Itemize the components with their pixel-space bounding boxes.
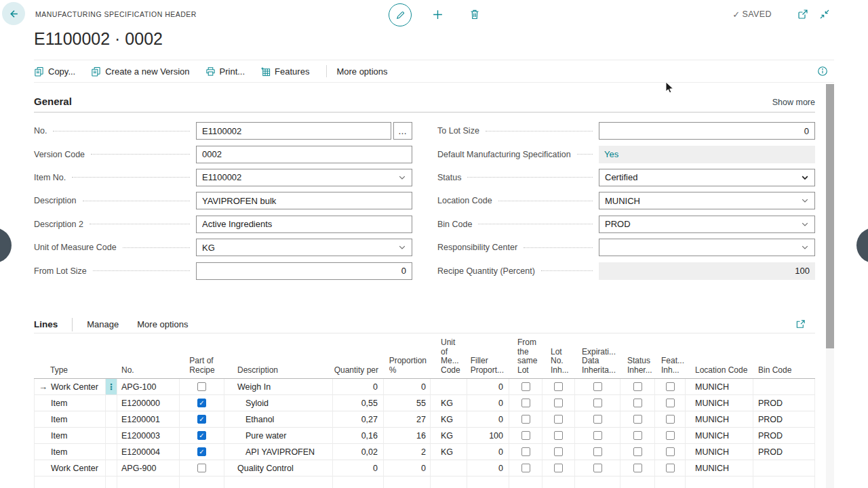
cell-uom[interactable]: KG xyxy=(431,444,467,460)
more-options-button[interactable]: More options xyxy=(336,66,387,77)
cell-c3[interactable] xyxy=(575,444,620,460)
manage-menu[interactable]: Manage xyxy=(87,319,119,329)
cell-qty[interactable]: 0 xyxy=(333,460,384,476)
cell-filler[interactable]: 0 xyxy=(467,379,509,395)
bin-code-input[interactable]: PROD xyxy=(599,216,815,233)
cell-part[interactable] xyxy=(180,460,224,476)
checkbox-c3[interactable] xyxy=(593,382,602,391)
general-section-title[interactable]: General xyxy=(34,96,72,107)
copy-button[interactable]: Copy... xyxy=(34,66,75,77)
carousel-prev-button[interactable] xyxy=(0,228,12,263)
cell-prop[interactable]: 0 xyxy=(384,460,431,476)
cell-dots[interactable] xyxy=(106,428,117,444)
checkbox-c3[interactable] xyxy=(593,447,602,456)
print-button[interactable]: Print... xyxy=(205,66,245,77)
checkbox-c1[interactable] xyxy=(521,415,530,424)
checkbox-c5[interactable] xyxy=(666,431,675,440)
cell-type[interactable]: Item xyxy=(34,428,106,444)
chevron-down-icon[interactable] xyxy=(398,243,406,251)
checkbox-c5[interactable] xyxy=(666,382,675,391)
cell-part[interactable] xyxy=(180,428,224,444)
cell-type[interactable]: Item xyxy=(34,395,106,411)
cell-bin[interactable]: PROD xyxy=(753,411,815,428)
cell-type[interactable]: →Work Center xyxy=(34,379,106,395)
cell-dots[interactable] xyxy=(106,444,117,460)
cell-dots[interactable] xyxy=(106,460,117,476)
cell-prop[interactable]: 55 xyxy=(384,395,431,411)
show-more-link[interactable]: Show more xyxy=(772,98,815,107)
cell-c2[interactable] xyxy=(542,428,575,444)
checkbox-c2[interactable] xyxy=(554,415,563,424)
checkbox-part[interactable] xyxy=(197,399,206,407)
info-button[interactable] xyxy=(817,66,828,77)
cell-c1[interactable] xyxy=(509,395,542,411)
no-input[interactable]: E1100002 xyxy=(196,122,391,140)
column-header-filler[interactable]: Filler Proport... xyxy=(467,333,509,378)
checkbox-c2[interactable] xyxy=(554,399,563,407)
edit-button[interactable] xyxy=(389,3,412,26)
unit-of-measure-code-input[interactable]: KG xyxy=(196,239,412,256)
cell-c3[interactable] xyxy=(575,395,620,411)
cell-c5[interactable] xyxy=(655,460,686,476)
cell-desc[interactable]: Pure water xyxy=(224,428,333,444)
checkbox-c5[interactable] xyxy=(666,415,675,424)
cell-bin[interactable] xyxy=(753,379,815,395)
cell-uom[interactable]: KG xyxy=(431,428,467,444)
open-in-new-window-button[interactable] xyxy=(797,9,808,20)
cell-c1[interactable] xyxy=(509,379,542,395)
cell-no[interactable]: APG-100 xyxy=(117,379,180,395)
cell-c4[interactable] xyxy=(620,395,655,411)
checkbox-part[interactable] xyxy=(197,464,206,472)
checkbox-c1[interactable] xyxy=(521,399,530,407)
cell-c5[interactable] xyxy=(655,379,686,395)
cell-c1[interactable] xyxy=(509,411,542,428)
cell-desc[interactable]: Syloid xyxy=(224,395,333,411)
cell-dots[interactable] xyxy=(106,395,117,411)
checkbox-c2[interactable] xyxy=(554,464,563,472)
back-button[interactable] xyxy=(2,2,25,25)
cell-no[interactable]: E1200000 xyxy=(117,395,180,411)
location-code-input[interactable]: MUNICH xyxy=(599,192,815,209)
cell-part[interactable] xyxy=(180,444,224,460)
cell-c3[interactable] xyxy=(575,460,620,476)
checkbox-c4[interactable] xyxy=(633,464,642,472)
column-header-c4[interactable]: Status Inher... xyxy=(620,333,655,378)
chevron-down-icon[interactable] xyxy=(801,197,809,205)
checkbox-c2[interactable] xyxy=(554,382,563,391)
column-header-dots[interactable] xyxy=(106,333,117,378)
focus-mode-button[interactable] xyxy=(795,319,806,329)
responsibility-center-input[interactable] xyxy=(599,239,815,256)
cell-c2[interactable] xyxy=(542,460,575,476)
lines-more-options-menu[interactable]: More options xyxy=(137,319,188,329)
collapse-window-button[interactable] xyxy=(819,9,830,20)
cell-qty[interactable]: 0,27 xyxy=(333,411,384,428)
cell-c2[interactable] xyxy=(542,444,575,460)
chevron-down-icon[interactable] xyxy=(398,174,406,182)
cell-c1[interactable] xyxy=(509,428,542,444)
cell-no[interactable]: APG-900 xyxy=(117,460,180,476)
new-button[interactable] xyxy=(432,9,443,20)
cell-uom[interactable] xyxy=(431,460,467,476)
checkbox-c3[interactable] xyxy=(593,431,602,440)
cell-c3[interactable] xyxy=(575,411,620,428)
create-new-version-button[interactable]: Create a new Version xyxy=(91,66,189,77)
cell-loc[interactable]: MUNICH xyxy=(686,444,753,460)
cell-c2[interactable] xyxy=(542,379,575,395)
features-button[interactable]: Features xyxy=(260,66,309,77)
cell-c3[interactable] xyxy=(575,379,620,395)
cell-desc[interactable]: Quality Control xyxy=(224,460,333,476)
scrollbar-thumb[interactable] xyxy=(826,84,834,348)
cell-no[interactable]: E1200004 xyxy=(117,444,180,460)
checkbox-c4[interactable] xyxy=(633,447,642,456)
checkbox-c2[interactable] xyxy=(554,447,563,456)
cell-loc[interactable]: MUNICH xyxy=(686,428,753,444)
cell-c5[interactable] xyxy=(655,395,686,411)
version-code-input[interactable]: 0002 xyxy=(196,146,412,163)
cell-filler[interactable]: 0 xyxy=(467,411,509,428)
cell-c4[interactable] xyxy=(620,428,655,444)
column-header-uom[interactable]: Unit of Me... Code xyxy=(431,333,467,378)
to-lot-size-input[interactable]: 0 xyxy=(599,122,815,140)
description-2-input[interactable]: Active Ingredients xyxy=(196,216,412,233)
from-lot-size-input[interactable]: 0 xyxy=(196,262,412,280)
column-header-no[interactable]: No. xyxy=(117,333,180,378)
